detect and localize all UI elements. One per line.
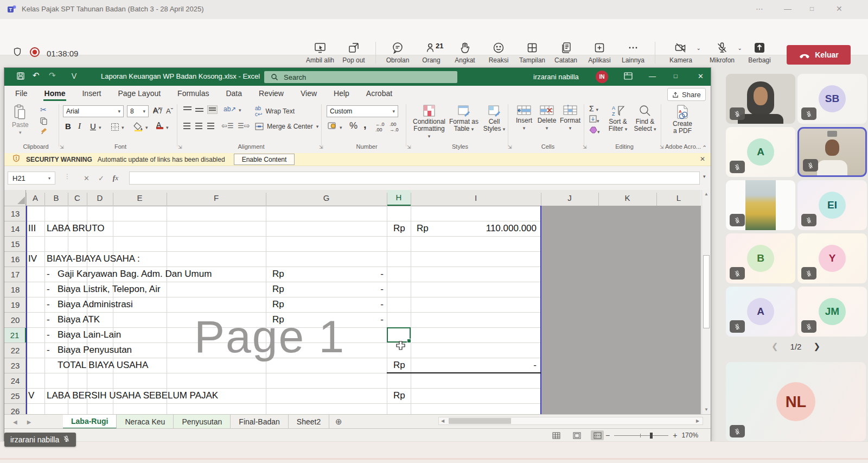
menu-tab-page-layout[interactable]: Page Layout	[117, 87, 162, 100]
cancel-entry-icon[interactable]: ✕	[84, 174, 90, 182]
align-middle-icon[interactable]	[195, 106, 203, 113]
cell-G18[interactable]: -	[286, 282, 384, 297]
cell-C20[interactable]: Biaya ATK	[58, 312, 100, 327]
toolbar-button-berbagi[interactable]: Berbagi	[743, 41, 776, 64]
participant-tile-10[interactable]: JM	[797, 287, 867, 337]
borders-icon[interactable]	[111, 123, 119, 134]
confirm-entry-icon[interactable]: ✓	[98, 174, 104, 182]
fill-down-icon[interactable]: ▾	[589, 115, 599, 125]
excel-close-icon[interactable]: ✕	[698, 72, 704, 80]
dialog-launcher-icon[interactable]: ⇲	[178, 144, 182, 150]
sheet-tab-laba-rugi[interactable]: Laba-Rugi	[63, 415, 117, 429]
toolbar-button-reaksi[interactable]: Reaksi	[482, 41, 515, 64]
decrease-indent-icon[interactable]: ⇦☰	[221, 122, 234, 130]
font-size-select[interactable]: 8▾	[127, 105, 149, 117]
row-header-17[interactable]: 17	[4, 267, 26, 282]
menu-tab-acrobat[interactable]: Acrobat	[365, 87, 393, 100]
dialog-launcher-icon[interactable]: ⇲	[583, 144, 587, 150]
pagination-next-icon[interactable]: ❯	[813, 341, 820, 351]
format-cells-button[interactable]: Format▾	[559, 104, 582, 132]
scroll-down-icon[interactable]: ▼	[704, 407, 709, 412]
row-header-25[interactable]: 25	[4, 388, 26, 403]
format-painter-icon[interactable]	[40, 127, 48, 137]
scroll-up-icon[interactable]: ▲	[704, 192, 709, 196]
dialog-launcher-icon[interactable]: ⇲	[407, 144, 411, 150]
align-bottom-icon[interactable]	[207, 105, 218, 114]
excel-minimize-icon[interactable]: —	[649, 72, 656, 80]
decrease-decimal-icon[interactable]: .00→.0	[390, 122, 399, 132]
align-left-icon[interactable]	[183, 123, 190, 129]
shrink-font-icon[interactable]: Aˇ	[166, 107, 173, 115]
formula-input[interactable]	[129, 172, 700, 185]
cell-G18[interactable]: Rp	[272, 282, 284, 297]
column-header-F[interactable]: F	[167, 190, 266, 206]
pagination-prev-icon[interactable]: ❮	[771, 341, 778, 351]
row-header-18[interactable]: 18	[4, 282, 26, 297]
row-header-23[interactable]: 23	[4, 358, 26, 373]
excel-search-box[interactable]: Search	[264, 71, 457, 83]
menu-tab-formulas[interactable]: Formulas	[176, 87, 210, 100]
delete-cells-button[interactable]: Delete▾	[536, 104, 558, 132]
align-top-icon[interactable]	[183, 106, 192, 113]
row-header-26[interactable]: 26	[4, 403, 26, 414]
autosum-icon[interactable]: Σ ▾	[589, 104, 598, 113]
participant-tile-7[interactable]: B	[726, 233, 795, 283]
column-header-C[interactable]: C	[68, 190, 87, 206]
cell-B19[interactable]: -	[47, 297, 50, 312]
paste-button[interactable]: Paste ▾	[12, 104, 29, 135]
increase-decimal-icon[interactable]: ←.0.00	[375, 122, 385, 132]
column-header-A[interactable]: A	[26, 190, 44, 206]
toolbar-button-mikrofon[interactable]: Mikrofon⌄	[702, 41, 742, 64]
zoom-slider-thumb[interactable]	[650, 433, 653, 439]
hscroll-right-icon[interactable]: ▶	[694, 418, 701, 423]
kamera-chevron-icon[interactable]: ⌄	[697, 45, 701, 51]
italic-icon[interactable]: I	[78, 122, 81, 131]
row-header-15[interactable]: 15	[4, 236, 26, 251]
cell-A14[interactable]: III	[28, 221, 36, 236]
menu-tab-review[interactable]: Review	[258, 87, 285, 100]
account-name[interactable]: irzarani nabilla	[533, 73, 579, 81]
row-header-22[interactable]: 22	[4, 343, 26, 358]
cell-G19[interactable]: Rp	[272, 297, 284, 312]
menu-tab-file[interactable]: File	[14, 87, 29, 100]
account-avatar[interactable]: IN	[596, 71, 608, 83]
row-header-13[interactable]: 13	[4, 206, 26, 221]
cell-C17[interactable]: Gaji Karyawan Bag. Adm. Dan Umum	[58, 267, 212, 282]
row-header-21[interactable]: 21	[4, 327, 26, 343]
menu-tab-view[interactable]: View	[299, 87, 318, 100]
cell-G17[interactable]: -	[286, 267, 384, 282]
new-sheet-button[interactable]: ⊕	[329, 415, 348, 429]
underline-icon[interactable]: U	[90, 122, 96, 131]
increase-indent-icon[interactable]: ☰⇨	[238, 122, 250, 130]
format-as-table-button[interactable]: Format asTable ▾	[448, 104, 480, 133]
name-box[interactable]: H21▾	[8, 172, 55, 185]
cell-I14[interactable]: Rp	[417, 221, 429, 236]
row-header-16[interactable]: 16	[4, 251, 26, 267]
number-format-select[interactable]: Custom▾	[327, 105, 398, 117]
expand-formula-bar-icon[interactable]: ▾	[703, 174, 706, 179]
excel-maximize-icon[interactable]: □	[674, 73, 678, 79]
enable-content-button[interactable]: Enable Content	[234, 154, 295, 165]
toolbar-button-kamera[interactable]: Kamera⌄	[661, 41, 701, 64]
cell-B25[interactable]: LABA BERSIH USAHA SEBELUM PAJAK	[47, 388, 218, 403]
share-button[interactable]: Share	[667, 88, 706, 101]
merge-center-button[interactable]: Merge & Center ▾	[255, 123, 318, 130]
cell-G19[interactable]: -	[286, 297, 384, 312]
participant-tile-1[interactable]	[726, 74, 795, 124]
zoom-slider[interactable]	[614, 435, 668, 436]
sheet-grid[interactable]: 1314151617181920212223242526 Page 1 IIIL…	[4, 190, 711, 414]
toolbar-button-ambil-alih[interactable]: Ambil alih	[304, 41, 336, 64]
ribbon-display-options-icon[interactable]	[624, 72, 633, 82]
page-layout-view-icon[interactable]	[570, 430, 583, 440]
cell-styles-button[interactable]: CellStyles ▾	[482, 104, 507, 133]
cell-G17[interactable]: Rp	[272, 267, 284, 282]
participant-tile-featured[interactable]: NL	[726, 362, 866, 441]
page-break-preview-icon[interactable]	[591, 430, 604, 440]
window-maximize-icon[interactable]: □	[810, 5, 814, 12]
sheet-tab-final-badan[interactable]: Final-Badan	[231, 415, 289, 429]
dialog-launcher-icon[interactable]: ⇲	[508, 144, 512, 150]
cell-B18[interactable]: -	[47, 282, 50, 297]
menu-tab-data[interactable]: Data	[225, 87, 243, 100]
column-header-D[interactable]: D	[87, 190, 113, 206]
tab-scroll-right-icon[interactable]: ▶	[27, 419, 31, 425]
